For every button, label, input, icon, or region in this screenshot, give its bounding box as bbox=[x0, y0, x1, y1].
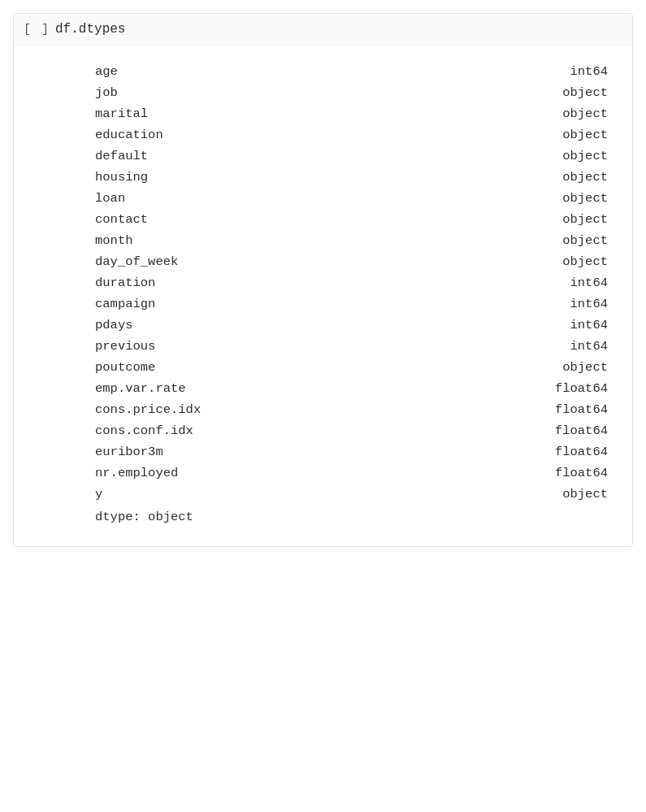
dtype-row: monthobject bbox=[95, 231, 608, 250]
dtype-row: emp.var.ratefloat64 bbox=[95, 379, 608, 398]
dtype-type: int64 bbox=[527, 315, 608, 335]
dtype-name: euribor3m bbox=[95, 442, 258, 462]
dtype-type: object bbox=[527, 125, 608, 145]
dtype-type: int64 bbox=[527, 294, 608, 314]
dtype-row: campaignint64 bbox=[95, 294, 608, 314]
dtype-name: poutcome bbox=[95, 358, 258, 377]
dtype-type: object bbox=[527, 167, 608, 187]
dtype-type: object bbox=[527, 231, 608, 250]
dtype-name: month bbox=[95, 231, 258, 250]
dtype-name: loan bbox=[95, 189, 258, 208]
dtype-type: int64 bbox=[527, 62, 608, 81]
notebook-cell: [ ] df.dtypes ageint64jobobjectmaritalob… bbox=[13, 13, 633, 547]
dtype-name: campaign bbox=[95, 294, 258, 314]
dtype-row: cons.price.idxfloat64 bbox=[95, 400, 608, 419]
dtype-type: object bbox=[527, 104, 608, 124]
cell-code: df.dtypes bbox=[55, 22, 125, 37]
dtype-name: emp.var.rate bbox=[95, 379, 258, 398]
dtype-row: educationobject bbox=[95, 125, 608, 145]
dtype-type: object bbox=[527, 210, 608, 229]
dtype-type: float64 bbox=[527, 421, 608, 441]
dtype-name: day_of_week bbox=[95, 252, 258, 271]
cell-execution-count: [ ] bbox=[24, 23, 50, 37]
dtype-row: pdaysint64 bbox=[95, 315, 608, 335]
dtype-name: marital bbox=[95, 104, 258, 124]
dtype-type: object bbox=[527, 484, 608, 504]
dtype-name: previous bbox=[95, 337, 258, 356]
dtype-name: contact bbox=[95, 210, 258, 229]
dtype-type: object bbox=[527, 252, 608, 271]
dtype-row: previousint64 bbox=[95, 337, 608, 356]
dtype-row: jobobject bbox=[95, 83, 608, 102]
dtype-type: object bbox=[527, 189, 608, 208]
dtype-row: loanobject bbox=[95, 189, 608, 208]
dtype-table: ageint64jobobjectmaritalobjecteducationo… bbox=[95, 62, 608, 504]
dtype-row: yobject bbox=[95, 484, 608, 504]
dtype-name: cons.price.idx bbox=[95, 400, 258, 419]
dtype-type: object bbox=[527, 83, 608, 102]
dtype-type: float64 bbox=[527, 463, 608, 483]
dtype-type: float64 bbox=[527, 400, 608, 419]
dtype-row: housingobject bbox=[95, 167, 608, 187]
dtype-name: nr.employed bbox=[95, 463, 258, 483]
cell-output: ageint64jobobjectmaritalobjecteducationo… bbox=[14, 46, 632, 546]
dtype-name: y bbox=[95, 484, 258, 504]
dtype-type: object bbox=[527, 146, 608, 166]
dtype-name: pdays bbox=[95, 315, 258, 335]
dtype-row: maritalobject bbox=[95, 104, 608, 124]
dtype-row: day_of_weekobject bbox=[95, 252, 608, 271]
dtype-row: poutcomeobject bbox=[95, 358, 608, 377]
cell-header: [ ] df.dtypes bbox=[14, 14, 632, 46]
dtype-name: housing bbox=[95, 167, 258, 187]
dtype-row: cons.conf.idxfloat64 bbox=[95, 421, 608, 441]
dtype-name: age bbox=[95, 62, 258, 81]
dtype-name: default bbox=[95, 146, 258, 166]
dtype-type: int64 bbox=[527, 273, 608, 293]
dtype-name: education bbox=[95, 125, 258, 145]
dtype-row: contactobject bbox=[95, 210, 608, 229]
dtype-name: cons.conf.idx bbox=[95, 421, 258, 441]
dtype-type: object bbox=[527, 358, 608, 377]
dtype-row: euribor3mfloat64 bbox=[95, 442, 608, 462]
dtype-type: int64 bbox=[527, 337, 608, 356]
dtype-row: defaultobject bbox=[95, 146, 608, 166]
dtype-name: job bbox=[95, 83, 258, 102]
dtype-row: nr.employedfloat64 bbox=[95, 463, 608, 483]
dtype-row: ageint64 bbox=[95, 62, 608, 81]
dtype-type: float64 bbox=[527, 442, 608, 462]
dtype-row: durationint64 bbox=[95, 273, 608, 293]
dtype-footer: dtype: object bbox=[95, 507, 608, 527]
dtype-type: float64 bbox=[527, 379, 608, 398]
dtype-name: duration bbox=[95, 273, 258, 293]
